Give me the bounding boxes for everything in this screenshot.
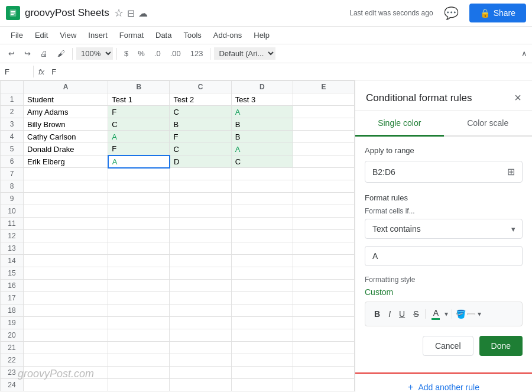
- table-row: 9: [1, 193, 355, 205]
- cell-a6[interactable]: Erik Elberg: [24, 155, 108, 168]
- cell-e2[interactable]: [293, 106, 354, 118]
- spreadsheet-table: A B C D E 1 Student Test 1 Test 2 Test 3: [0, 80, 355, 391]
- done-button[interactable]: Done: [479, 336, 523, 356]
- cell-c3[interactable]: B: [170, 118, 231, 131]
- panel-actions: Cancel Done: [365, 336, 523, 363]
- toolbar-sep-1: [72, 48, 73, 60]
- cell-b4[interactable]: A: [108, 131, 170, 143]
- undo-button[interactable]: ↩: [5, 47, 18, 60]
- menu-view[interactable]: View: [55, 28, 81, 42]
- bold-button[interactable]: B: [371, 308, 383, 320]
- cell-c6[interactable]: D: [170, 155, 231, 168]
- redo-button[interactable]: ↪: [21, 47, 34, 60]
- cell-reference[interactable]: F: [5, 67, 28, 76]
- cell-e6[interactable]: [293, 155, 354, 168]
- fill-color-dropdown-arrow[interactable]: ▾: [478, 310, 481, 318]
- menu-tools[interactable]: Tools: [179, 28, 206, 42]
- add-rule-row[interactable]: + Add another rule: [355, 372, 532, 392]
- table-row: 24: [1, 379, 355, 391]
- cell-b5[interactable]: F: [108, 143, 170, 155]
- cell-d6[interactable]: C: [231, 155, 293, 168]
- cell-a1[interactable]: Student: [24, 93, 108, 106]
- formula-bar: F fx F: [0, 63, 532, 80]
- col-header-d[interactable]: D: [231, 81, 293, 93]
- cell-d3[interactable]: B: [231, 118, 293, 131]
- cell-e1[interactable]: [293, 93, 354, 106]
- table-row: 13: [1, 242, 355, 255]
- tab-single-color[interactable]: Single color: [355, 111, 444, 137]
- table-row: 16: [1, 280, 355, 292]
- cell-d2[interactable]: A: [231, 106, 293, 118]
- table-row: 7: [1, 168, 355, 180]
- green-value: A: [235, 108, 241, 116]
- text-color-bar: [432, 318, 440, 320]
- app-title: groovyPost Sheets: [25, 7, 109, 19]
- cell-d5[interactable]: A: [231, 143, 293, 155]
- text-color-dropdown-arrow[interactable]: ▾: [445, 310, 448, 318]
- zoom-select[interactable]: 100%: [76, 47, 113, 60]
- cell-b2[interactable]: F: [108, 106, 170, 118]
- grid-icon[interactable]: ⊞: [507, 166, 515, 177]
- col-header-b[interactable]: B: [108, 81, 170, 93]
- currency-button[interactable]: $: [121, 47, 132, 60]
- range-input[interactable]: [372, 167, 507, 177]
- sheet-scroll[interactable]: A B C D E 1 Student Test 1 Test 2 Test 3: [0, 80, 355, 392]
- cell-d4[interactable]: B: [231, 131, 293, 143]
- chat-icon[interactable]: 💬: [444, 6, 459, 20]
- cell-b6[interactable]: A: [108, 155, 170, 168]
- fill-color-button[interactable]: 🪣: [456, 309, 475, 319]
- green-value: A: [112, 132, 117, 141]
- cell-d1[interactable]: Test 3: [231, 93, 293, 106]
- cell-c2[interactable]: C: [170, 106, 231, 118]
- col-header-e[interactable]: E: [293, 81, 354, 93]
- col-header-a[interactable]: A: [24, 81, 108, 93]
- cell-a4[interactable]: Cathy Carlson: [24, 131, 108, 143]
- text-color-button[interactable]: A: [429, 307, 442, 321]
- table-row: 18: [1, 304, 355, 317]
- print-button[interactable]: 🖨: [37, 47, 51, 60]
- watermark: groovyPost.com: [18, 368, 94, 380]
- folder-icon[interactable]: ⊟: [127, 8, 135, 19]
- menu-edit[interactable]: Edit: [30, 28, 53, 42]
- cell-a5[interactable]: Donald Drake: [24, 143, 108, 155]
- decimal-decrease-button[interactable]: .0: [151, 47, 164, 60]
- condition-value-input[interactable]: [365, 246, 523, 266]
- cell-a3[interactable]: Billy Brown: [24, 118, 108, 131]
- underline-button[interactable]: U: [396, 308, 408, 320]
- cell-e5[interactable]: [293, 143, 354, 155]
- col-header-c[interactable]: C: [170, 81, 231, 93]
- italic-button[interactable]: I: [385, 308, 394, 320]
- menu-data[interactable]: Data: [151, 28, 176, 42]
- paint-format-button[interactable]: 🖌: [54, 47, 69, 60]
- strikethrough-button[interactable]: S: [410, 308, 421, 320]
- tab-color-scale[interactable]: Color scale: [444, 111, 533, 137]
- format-condition-select[interactable]: Is empty Is not empty Text contains Text…: [365, 219, 523, 239]
- menu-insert[interactable]: Insert: [83, 28, 112, 42]
- star-icon[interactable]: ☆: [114, 7, 124, 20]
- percent-button[interactable]: %: [134, 47, 148, 60]
- menu-format[interactable]: Format: [115, 28, 148, 42]
- cloud-icon[interactable]: ☁: [138, 8, 148, 19]
- menu-help[interactable]: Help: [249, 28, 274, 42]
- font-select[interactable]: Default (Ari...: [214, 47, 275, 60]
- cell-b3[interactable]: C: [108, 118, 170, 131]
- formula-value[interactable]: F: [49, 66, 59, 77]
- cell-c5[interactable]: C: [170, 143, 231, 155]
- style-sep-1: [425, 309, 426, 319]
- share-button[interactable]: 🔒 Share: [469, 4, 526, 22]
- cell-a2[interactable]: Amy Adams: [24, 106, 108, 118]
- cell-b1[interactable]: Test 1: [108, 93, 170, 106]
- cell-e3[interactable]: [293, 118, 354, 131]
- cell-c4[interactable]: F: [170, 131, 231, 143]
- toolbar-collapse[interactable]: ∧: [521, 49, 527, 58]
- panel-close-button[interactable]: ×: [514, 91, 521, 105]
- cancel-button[interactable]: Cancel: [423, 336, 473, 356]
- cell-c1[interactable]: Test 2: [170, 93, 231, 106]
- cell-e4[interactable]: [293, 131, 354, 143]
- table-row: 6 Erik Elberg A D C: [1, 155, 355, 168]
- decimal-increase-button[interactable]: .00: [167, 47, 184, 60]
- menu-file[interactable]: File: [6, 28, 28, 42]
- menu-addons[interactable]: Add-ons: [209, 28, 246, 42]
- number-format-button[interactable]: 123: [187, 47, 207, 60]
- green-value: A: [112, 157, 118, 166]
